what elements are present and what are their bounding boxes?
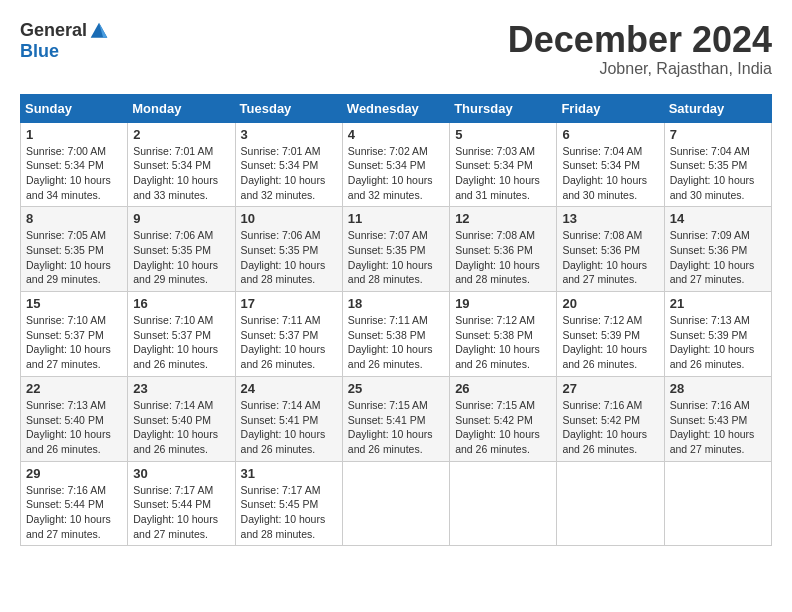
- day-cell-8: 8 Sunrise: 7:05 AMSunset: 5:35 PMDayligh…: [21, 207, 128, 292]
- day-info: Sunrise: 7:05 AMSunset: 5:35 PMDaylight:…: [26, 229, 111, 285]
- day-cell-7: 7 Sunrise: 7:04 AMSunset: 5:35 PMDayligh…: [664, 122, 771, 207]
- day-number: 13: [562, 211, 658, 226]
- day-number: 22: [26, 381, 122, 396]
- day-info: Sunrise: 7:15 AMSunset: 5:41 PMDaylight:…: [348, 399, 433, 455]
- empty-cell: [664, 461, 771, 546]
- day-cell-20: 20 Sunrise: 7:12 AMSunset: 5:39 PMDaylig…: [557, 292, 664, 377]
- day-cell-16: 16 Sunrise: 7:10 AMSunset: 5:37 PMDaylig…: [128, 292, 235, 377]
- day-info: Sunrise: 7:12 AMSunset: 5:38 PMDaylight:…: [455, 314, 540, 370]
- day-cell-27: 27 Sunrise: 7:16 AMSunset: 5:42 PMDaylig…: [557, 376, 664, 461]
- day-info: Sunrise: 7:16 AMSunset: 5:42 PMDaylight:…: [562, 399, 647, 455]
- day-cell-14: 14 Sunrise: 7:09 AMSunset: 5:36 PMDaylig…: [664, 207, 771, 292]
- day-cell-6: 6 Sunrise: 7:04 AMSunset: 5:34 PMDayligh…: [557, 122, 664, 207]
- header-saturday: Saturday: [664, 94, 771, 122]
- day-cell-28: 28 Sunrise: 7:16 AMSunset: 5:43 PMDaylig…: [664, 376, 771, 461]
- day-info: Sunrise: 7:04 AMSunset: 5:35 PMDaylight:…: [670, 145, 755, 201]
- day-info: Sunrise: 7:14 AMSunset: 5:41 PMDaylight:…: [241, 399, 326, 455]
- header-thursday: Thursday: [450, 94, 557, 122]
- logo-icon: [89, 21, 109, 41]
- day-info: Sunrise: 7:13 AMSunset: 5:39 PMDaylight:…: [670, 314, 755, 370]
- day-info: Sunrise: 7:06 AMSunset: 5:35 PMDaylight:…: [133, 229, 218, 285]
- header-sunday: Sunday: [21, 94, 128, 122]
- day-info: Sunrise: 7:14 AMSunset: 5:40 PMDaylight:…: [133, 399, 218, 455]
- calendar-week-4: 22 Sunrise: 7:13 AMSunset: 5:40 PMDaylig…: [21, 376, 772, 461]
- day-cell-5: 5 Sunrise: 7:03 AMSunset: 5:34 PMDayligh…: [450, 122, 557, 207]
- empty-cell: [342, 461, 449, 546]
- day-number: 18: [348, 296, 444, 311]
- subtitle: Jobner, Rajasthan, India: [508, 60, 772, 78]
- calendar-table: Sunday Monday Tuesday Wednesday Thursday…: [20, 94, 772, 547]
- day-info: Sunrise: 7:07 AMSunset: 5:35 PMDaylight:…: [348, 229, 433, 285]
- day-info: Sunrise: 7:17 AMSunset: 5:45 PMDaylight:…: [241, 484, 326, 540]
- day-cell-4: 4 Sunrise: 7:02 AMSunset: 5:34 PMDayligh…: [342, 122, 449, 207]
- logo: General Blue: [20, 20, 109, 62]
- day-info: Sunrise: 7:15 AMSunset: 5:42 PMDaylight:…: [455, 399, 540, 455]
- day-cell-19: 19 Sunrise: 7:12 AMSunset: 5:38 PMDaylig…: [450, 292, 557, 377]
- main-title: December 2024: [508, 20, 772, 60]
- day-cell-15: 15 Sunrise: 7:10 AMSunset: 5:37 PMDaylig…: [21, 292, 128, 377]
- day-cell-23: 23 Sunrise: 7:14 AMSunset: 5:40 PMDaylig…: [128, 376, 235, 461]
- day-cell-22: 22 Sunrise: 7:13 AMSunset: 5:40 PMDaylig…: [21, 376, 128, 461]
- day-info: Sunrise: 7:04 AMSunset: 5:34 PMDaylight:…: [562, 145, 647, 201]
- calendar-header-row: Sunday Monday Tuesday Wednesday Thursday…: [21, 94, 772, 122]
- day-cell-9: 9 Sunrise: 7:06 AMSunset: 5:35 PMDayligh…: [128, 207, 235, 292]
- day-info: Sunrise: 7:11 AMSunset: 5:37 PMDaylight:…: [241, 314, 326, 370]
- day-cell-26: 26 Sunrise: 7:15 AMSunset: 5:42 PMDaylig…: [450, 376, 557, 461]
- calendar-week-1: 1 Sunrise: 7:00 AMSunset: 5:34 PMDayligh…: [21, 122, 772, 207]
- day-number: 27: [562, 381, 658, 396]
- day-info: Sunrise: 7:02 AMSunset: 5:34 PMDaylight:…: [348, 145, 433, 201]
- day-cell-10: 10 Sunrise: 7:06 AMSunset: 5:35 PMDaylig…: [235, 207, 342, 292]
- day-number: 7: [670, 127, 766, 142]
- day-info: Sunrise: 7:16 AMSunset: 5:43 PMDaylight:…: [670, 399, 755, 455]
- day-cell-2: 2 Sunrise: 7:01 AMSunset: 5:34 PMDayligh…: [128, 122, 235, 207]
- day-number: 3: [241, 127, 337, 142]
- day-number: 24: [241, 381, 337, 396]
- day-cell-30: 30 Sunrise: 7:17 AMSunset: 5:44 PMDaylig…: [128, 461, 235, 546]
- calendar-week-5: 29 Sunrise: 7:16 AMSunset: 5:44 PMDaylig…: [21, 461, 772, 546]
- day-info: Sunrise: 7:01 AMSunset: 5:34 PMDaylight:…: [241, 145, 326, 201]
- day-info: Sunrise: 7:01 AMSunset: 5:34 PMDaylight:…: [133, 145, 218, 201]
- day-info: Sunrise: 7:09 AMSunset: 5:36 PMDaylight:…: [670, 229, 755, 285]
- day-info: Sunrise: 7:16 AMSunset: 5:44 PMDaylight:…: [26, 484, 111, 540]
- day-number: 2: [133, 127, 229, 142]
- day-number: 21: [670, 296, 766, 311]
- day-number: 5: [455, 127, 551, 142]
- day-cell-12: 12 Sunrise: 7:08 AMSunset: 5:36 PMDaylig…: [450, 207, 557, 292]
- day-cell-11: 11 Sunrise: 7:07 AMSunset: 5:35 PMDaylig…: [342, 207, 449, 292]
- logo-general-text: General: [20, 20, 87, 41]
- day-info: Sunrise: 7:10 AMSunset: 5:37 PMDaylight:…: [133, 314, 218, 370]
- day-cell-29: 29 Sunrise: 7:16 AMSunset: 5:44 PMDaylig…: [21, 461, 128, 546]
- day-cell-13: 13 Sunrise: 7:08 AMSunset: 5:36 PMDaylig…: [557, 207, 664, 292]
- day-number: 12: [455, 211, 551, 226]
- day-number: 1: [26, 127, 122, 142]
- day-cell-31: 31 Sunrise: 7:17 AMSunset: 5:45 PMDaylig…: [235, 461, 342, 546]
- day-info: Sunrise: 7:13 AMSunset: 5:40 PMDaylight:…: [26, 399, 111, 455]
- day-number: 16: [133, 296, 229, 311]
- empty-cell: [450, 461, 557, 546]
- day-number: 4: [348, 127, 444, 142]
- empty-cell: [557, 461, 664, 546]
- day-cell-1: 1 Sunrise: 7:00 AMSunset: 5:34 PMDayligh…: [21, 122, 128, 207]
- day-number: 15: [26, 296, 122, 311]
- day-number: 8: [26, 211, 122, 226]
- day-info: Sunrise: 7:06 AMSunset: 5:35 PMDaylight:…: [241, 229, 326, 285]
- day-number: 31: [241, 466, 337, 481]
- day-number: 19: [455, 296, 551, 311]
- day-number: 10: [241, 211, 337, 226]
- logo-blue-text: Blue: [20, 41, 59, 62]
- day-number: 30: [133, 466, 229, 481]
- day-number: 26: [455, 381, 551, 396]
- day-info: Sunrise: 7:03 AMSunset: 5:34 PMDaylight:…: [455, 145, 540, 201]
- calendar-week-3: 15 Sunrise: 7:10 AMSunset: 5:37 PMDaylig…: [21, 292, 772, 377]
- day-number: 20: [562, 296, 658, 311]
- day-number: 14: [670, 211, 766, 226]
- day-cell-25: 25 Sunrise: 7:15 AMSunset: 5:41 PMDaylig…: [342, 376, 449, 461]
- day-number: 11: [348, 211, 444, 226]
- day-cell-3: 3 Sunrise: 7:01 AMSunset: 5:34 PMDayligh…: [235, 122, 342, 207]
- day-info: Sunrise: 7:08 AMSunset: 5:36 PMDaylight:…: [455, 229, 540, 285]
- day-number: 28: [670, 381, 766, 396]
- day-number: 29: [26, 466, 122, 481]
- day-number: 6: [562, 127, 658, 142]
- day-info: Sunrise: 7:11 AMSunset: 5:38 PMDaylight:…: [348, 314, 433, 370]
- header-friday: Friday: [557, 94, 664, 122]
